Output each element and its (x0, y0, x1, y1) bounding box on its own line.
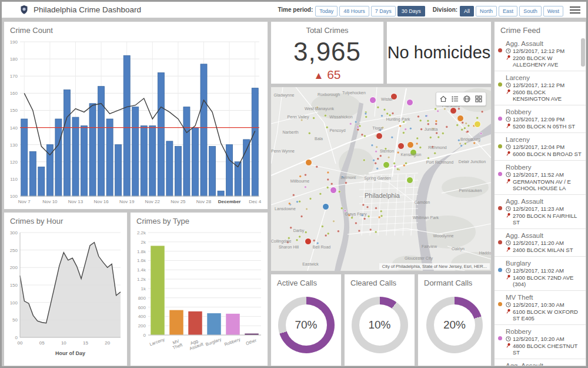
crime-point (405, 162, 407, 164)
crime-point (316, 165, 318, 168)
division-button-west[interactable]: West (543, 6, 563, 16)
crime-point (392, 112, 394, 115)
crime-cluster-point[interactable] (330, 187, 337, 194)
crime-cluster-point[interactable] (450, 108, 457, 114)
crime-point (480, 132, 482, 135)
feed-scrollbar[interactable] (581, 38, 585, 67)
feed-crime-type: Larceny (506, 136, 583, 143)
basemap-gallery-icon[interactable] (473, 94, 485, 104)
crime-cluster-point[interactable] (398, 143, 405, 150)
feed-item[interactable]: Agg. Assault12/5/2017, 12:12 PM2200 BLOC… (495, 37, 586, 71)
svg-text:Stenton: Stenton (380, 149, 394, 153)
cleared-calls-title: Cleared Calls (345, 274, 415, 289)
crime-cluster-point[interactable] (383, 162, 390, 168)
svg-text:Juniata: Juniata (425, 127, 438, 131)
svg-text:150: 150 (10, 108, 18, 113)
feed-item[interactable]: Robbery12/5/2017, 10:20 AM4800 BLOCK CHE… (495, 325, 586, 359)
feed-item[interactable]: Larceny12/5/2017, 12:04 PM6000 BLOCK N B… (495, 133, 586, 161)
home-icon[interactable] (437, 94, 449, 104)
crime-cluster-point[interactable] (306, 160, 312, 166)
crime-cluster-point[interactable] (323, 204, 329, 210)
crime-point (333, 220, 335, 223)
crime-cluster-point[interactable] (376, 133, 383, 140)
crime-point (296, 239, 298, 241)
crime-point (290, 227, 292, 229)
crime-point (309, 198, 312, 200)
svg-text:December: December (218, 199, 241, 204)
time-period-button-today[interactable]: Today (315, 6, 338, 16)
feed-item[interactable]: Agg. Assault12/5/2017, 11:23 AM2700 BLOC… (495, 195, 586, 229)
crime-cluster-point[interactable] (475, 121, 481, 128)
crime-point (326, 187, 329, 189)
crime-cluster-point[interactable] (407, 100, 413, 106)
crime-cluster-point[interactable] (457, 115, 464, 122)
legend-icon[interactable] (449, 94, 461, 104)
feed-crime-type: Robbery (506, 108, 583, 115)
feed-item[interactable]: Agg. Assault12/5/2017, 10:19 AM5500 BLOC… (495, 359, 586, 366)
crime-cluster-point[interactable] (370, 97, 376, 104)
time-period-button-48-hours[interactable]: 48 Hours (339, 6, 369, 16)
time-period-button-7-days[interactable]: 7 Days (371, 6, 396, 16)
dormant-calls-title: Dormant Calls (418, 274, 491, 289)
crime-point (330, 183, 333, 185)
division-button-all[interactable]: All (460, 6, 474, 16)
time-period-button-30-days[interactable]: 30 Days (397, 6, 425, 16)
feed-item[interactable]: Agg. Assault12/5/2017, 11:20 AM2400 BLOC… (495, 229, 586, 257)
svg-text:0: 0 (15, 335, 18, 340)
feed-item[interactable]: Robbery12/5/2017, 12:09 PM5200 BLOCK N 0… (495, 105, 586, 133)
feed-crime-type: MV Theft (506, 294, 583, 301)
crime-point (345, 182, 347, 184)
division-label: Division: (433, 6, 457, 13)
svg-text:1.6k: 1.6k (137, 258, 146, 263)
total-crimes-title: Total Crimes (271, 22, 383, 36)
crime-point (403, 164, 405, 167)
crime-type-dot (498, 144, 502, 148)
crime-point (365, 112, 367, 115)
crime-point (300, 119, 303, 121)
menu-icon[interactable] (570, 5, 580, 15)
crime-point (359, 125, 361, 127)
clock-icon (506, 82, 511, 88)
svg-text:Gladwynne: Gladwynne (273, 93, 294, 98)
svg-text:800: 800 (138, 296, 146, 301)
crime-point (389, 114, 391, 117)
svg-text:Roxborough: Roxborough (318, 92, 340, 97)
division-button-east[interactable]: East (499, 6, 517, 16)
crime-point (417, 115, 420, 118)
crime-cluster-point[interactable] (305, 238, 312, 245)
crime-point (434, 152, 436, 154)
layers-icon[interactable] (461, 94, 473, 104)
map-panel[interactable]: GladwynneRoxboroughTulpehockenWisterWest… (270, 87, 492, 271)
svg-text:Collingdale: Collingdale (271, 239, 291, 244)
crime-point (386, 112, 389, 115)
crime-map[interactable]: GladwynneRoxboroughTulpehockenWisterWest… (271, 87, 491, 271)
feed-item[interactable]: Burglary12/5/2017, 11:02 AM1400 BLOCK 72… (495, 257, 586, 291)
svg-text:Haddon: Haddon (479, 251, 491, 255)
svg-text:Hunting Park: Hunting Park (386, 117, 410, 122)
crime-point (397, 168, 399, 170)
pushpin-icon (506, 55, 511, 68)
active-calls-panel: Active Calls 70% (270, 274, 342, 366)
feed-item[interactable]: Robbery12/5/2017, 11:52 AMGERMANTOWN AV … (495, 161, 586, 195)
dormant-calls-gauge: 20% (426, 297, 483, 353)
crime-point (405, 128, 407, 131)
svg-text:Nov 10: Nov 10 (42, 199, 58, 204)
svg-text:Nov 19: Nov 19 (119, 199, 135, 204)
crime-cluster-point[interactable] (407, 177, 413, 184)
crimes-by-type-title: Crimes by Type (131, 213, 268, 227)
feed-item[interactable]: MV Theft12/5/2017, 10:30 AM6100 BLOCK W … (495, 291, 586, 325)
svg-text:Other: Other (245, 337, 258, 346)
clock-icon (506, 144, 511, 150)
feed-crime-type: Agg. Assault (506, 232, 583, 239)
crime-point (457, 108, 460, 110)
feed-item[interactable]: Larceny12/5/2017, 12:12 PM2600 BLOCK KEN… (495, 71, 586, 105)
feed-time: 12/5/2017, 11:52 AM (506, 171, 583, 178)
crime-cluster-point[interactable] (407, 142, 414, 148)
crime-count-chart: 100110120130140150160170180190Nov 7Nov 1… (4, 36, 264, 208)
svg-text:100: 100 (10, 300, 18, 306)
division-button-north[interactable]: North (476, 6, 497, 16)
feed-address: 1400 BLOCK 72ND AVE (304) (506, 274, 583, 287)
svg-text:Pennsauken: Pennsauken (459, 188, 482, 193)
crime-point (296, 201, 299, 203)
division-button-south[interactable]: South (519, 6, 542, 16)
